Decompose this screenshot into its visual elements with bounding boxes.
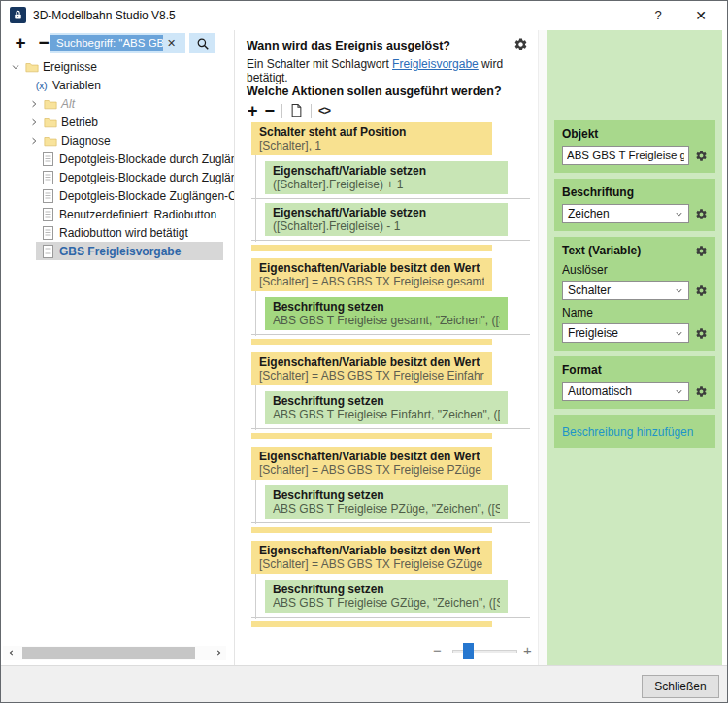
variables-icon: (x) [33,80,50,91]
beschriftung-label: Beschriftung [562,185,708,199]
zoom-bar: − + [235,640,538,661]
tree-item-benutzerdefiniert-radiobutton[interactable]: Benutzerdefiniert: Radiobutton [1,205,234,223]
ausloeser-gear-icon[interactable] [695,285,708,297]
chevron-down-icon [675,329,683,338]
search-input[interactable]: Suchbegriff: "ABS GBS T... ✕ [50,33,185,53]
document-icon [40,152,56,166]
beschriftung-gear-icon[interactable] [695,208,708,220]
action-block[interactable]: Beschriftung setzen ABS GBS T Freigleise… [265,485,508,519]
format-gear-icon[interactable] [695,385,708,398]
tree-item-diagnose[interactable]: Diagnose [1,131,234,150]
editor-vertical-scrollbar[interactable] [538,30,547,665]
event-tree-panel: + − Suchbegriff: "ABS GBS T... ✕ Ereigni… [1,30,235,665]
add-action-button[interactable]: + [248,102,258,119]
condition-block-end [251,339,492,345]
scroll-right-arrow[interactable] [211,646,226,660]
objekt-section: Objekt [554,120,715,173]
action-list: Schalter steht auf Position [Schalter], … [251,122,530,635]
action-separator [251,617,530,618]
action-condition-block[interactable]: Schalter steht auf Position [Schalter], … [251,122,492,155]
action-block-selected[interactable]: Beschriftung setzen ABS GBS T Freigleise… [265,297,508,330]
folder-icon [23,61,40,73]
zoom-slider-handle[interactable] [463,643,474,659]
action-inspector-panel: Objekt Beschriftung Zeichen Text (Variab… [547,30,722,665]
chevron-down-icon[interactable] [7,62,23,72]
objekt-label: Objekt [562,127,708,141]
condition-block-end [251,245,492,251]
scrollbar-thumb[interactable] [22,647,195,659]
format-dropdown[interactable]: Automatisch [562,382,689,401]
folder-icon [42,135,58,147]
add-event-button[interactable]: + [9,32,32,53]
chevron-down-icon [675,286,683,295]
tree-item-gbs-freigleisvorgabe-selected[interactable]: GBS Freigleisvorgabe [36,242,223,260]
chevron-right-icon[interactable] [25,136,42,146]
window-title: 3D-Modellbahn Studio V8.5 [33,9,176,22]
action-separator [251,522,530,523]
ausloeser-label: Auslöser [562,263,708,277]
chevron-right-icon[interactable] [25,99,42,109]
objekt-gear-icon[interactable] [695,150,708,162]
condition-block-end [251,621,492,627]
document-icon [40,226,56,240]
search-button[interactable] [189,33,215,53]
action-group: Eigenschaften/Variable besitzt den Wert … [251,541,530,627]
help-button[interactable]: ? [640,1,677,29]
chevron-down-icon [675,210,683,218]
document-icon [40,171,56,184]
text-variable-gear-icon[interactable] [695,245,708,257]
tree-item-alt[interactable]: Alt [1,94,234,113]
action-block[interactable]: Beschriftung setzen ABS GBS T Freigleise… [265,391,508,424]
close-button[interactable]: Schließen [642,675,719,698]
format-section: Format Automatisch [554,356,715,409]
beschriftung-dropdown[interactable]: Zeichen [562,204,689,223]
add-description-link[interactable]: Beschreibung hinzufügen [562,425,693,439]
action-condition-block[interactable]: Eigenschaften/Variable besitzt den Wert … [251,352,492,385]
actions-toolbar: + − <> [248,101,330,120]
tree-horizontal-scrollbar[interactable] [3,646,226,660]
text-variable-label: Text (Variable) [562,244,641,257]
action-separator [251,198,530,199]
window-close-button[interactable]: ✕ [682,1,719,29]
trigger-settings-gear-icon[interactable] [513,37,528,51]
name-dropdown[interactable]: Freigleise [562,323,689,343]
zoom-out-button[interactable]: − [433,642,442,658]
code-view-button[interactable]: <> [318,104,330,117]
clear-search-icon[interactable]: ✕ [167,37,176,50]
action-block[interactable]: Eigenschaft/Variable setzen ([Schalter].… [265,203,508,236]
tree-item-depotgleis-blockade-ein[interactable]: Depotgleis-Blockade durch Zuglänge e [1,150,234,168]
document-icon [40,189,56,203]
tree-item-ereignisse[interactable]: Ereignisse [1,57,234,76]
tree-item-betrieb[interactable]: Betrieb [1,113,234,131]
trigger-description: Ein Schalter mit Schlagwort Freigleisvor… [247,57,538,84]
action-condition-block[interactable]: Eigenschaften/Variable besitzt den Wert … [251,541,492,574]
objekt-input[interactable] [562,146,689,165]
action-condition-block[interactable]: Eigenschaften/Variable besitzt den Wert … [251,447,492,480]
chevron-right-icon[interactable] [25,117,42,127]
copy-action-button[interactable] [289,103,304,118]
chevron-down-icon [675,387,683,396]
search-query-text: Suchbegriff: "ABS GBS T... [50,35,163,51]
event-tree: Ereignisse (x) Variablen Alt Betrieb Dia… [1,57,234,260]
tree-toolbar: + − Suchbegriff: "ABS GBS T... ✕ [1,32,234,55]
format-label: Format [562,363,708,377]
tree-item-depotgleis-blockade-aus[interactable]: Depotgleis-Blockade durch Zuglänge a [1,168,234,186]
app-icon [10,7,26,23]
tree-item-zuglaengen-check[interactable]: Depotgleis-Blockade Zuglängen-Check [1,186,234,205]
document-icon [40,208,56,221]
remove-action-button[interactable]: − [265,102,276,119]
name-gear-icon[interactable] [695,327,708,340]
zoom-in-button[interactable]: + [523,642,532,658]
tree-item-radiobutton-betaetigt[interactable]: Radiobutton wird betätigt [1,223,234,242]
ausloeser-dropdown[interactable]: Schalter [562,281,689,300]
action-condition-block[interactable]: Eigenschaften/Variable besitzt den Wert … [251,258,492,291]
action-group: Eigenschaften/Variable besitzt den Wert … [251,352,530,439]
action-block[interactable]: Beschriftung setzen ABS GBS T Freigleise… [265,580,508,613]
actions-question: Welche Aktionen sollen ausgeführt werden… [247,84,502,98]
trigger-question: Wann wird das Ereignis ausgelöst? [247,39,450,52]
text-variable-section: Text (Variable) Auslöser Schalter Name F… [554,237,715,351]
scroll-left-arrow[interactable] [3,646,18,660]
trigger-keyword-link[interactable]: Freigleisvorgabe [392,57,479,71]
tree-item-variablen[interactable]: (x) Variablen [1,76,234,94]
action-block[interactable]: Eigenschaft/Variable setzen ([Schalter].… [265,161,508,194]
